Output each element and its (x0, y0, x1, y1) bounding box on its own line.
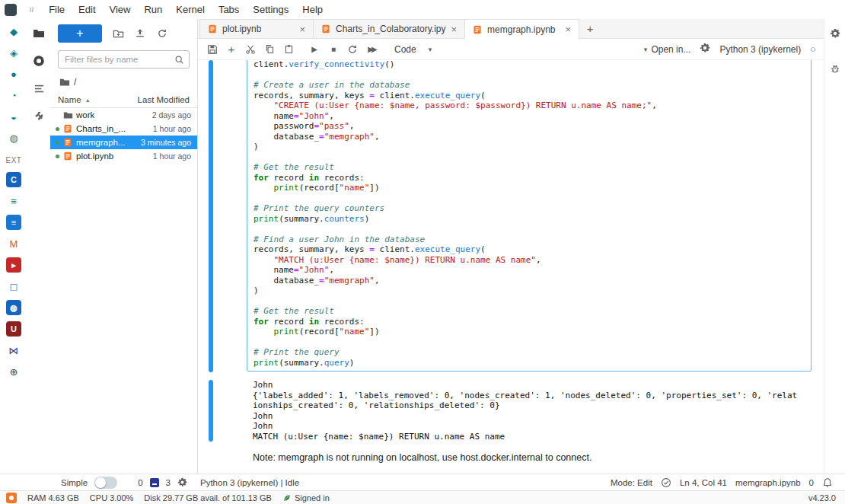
notebook-area[interactable]: client.verify_connectivity() # Create a … (198, 60, 824, 474)
code-token: , (329, 111, 334, 121)
menu-settings[interactable]: Settings (246, 2, 295, 18)
file-row[interactable]: Charts_in_...1 hour ago (50, 122, 197, 136)
sidebar-tab-files[interactable] (32, 27, 46, 40)
menu-run[interactable]: Run (137, 2, 169, 18)
menu-edit[interactable]: Edit (72, 2, 102, 18)
ext-icon-15[interactable]: ⋈ (6, 343, 21, 358)
code-token: for (254, 317, 269, 327)
code-line (254, 193, 805, 204)
property-inspector-tab[interactable] (828, 27, 842, 40)
tab-charts-in-colaboratory-ipy[interactable]: Charts_in_Colaboratory.ipy× (314, 19, 465, 38)
open-in-dropdown[interactable]: ▾ Open in... (644, 44, 691, 55)
code-token: , (652, 100, 657, 110)
code-token: = (369, 91, 375, 100)
ext-icon-1[interactable]: ◆ (6, 24, 21, 39)
ext-strip-bottom: C≡≡M▸◻◍U⋈⊕ (6, 172, 21, 379)
file-name: work (76, 110, 94, 120)
tab-plot-ipynb[interactable]: plot.ipynb× (199, 19, 314, 38)
menu-help[interactable]: Help (295, 2, 330, 18)
breadcrumb[interactable]: / (50, 72, 197, 91)
ext-strip-top: ◆◈●◔◒◍ (6, 24, 21, 145)
code-token: print (254, 358, 279, 368)
code-token: () (384, 60, 394, 69)
mode-indicator[interactable]: Mode: Edit (611, 478, 652, 487)
sidebar-tab-running[interactable] (32, 54, 46, 68)
code-token: ( (480, 91, 486, 100)
app-menu-icon[interactable] (5, 4, 17, 16)
upload-button[interactable] (134, 27, 146, 40)
tab-memgraph-ipynb[interactable]: memgraph.ipynb× (465, 19, 579, 39)
new-folder-button[interactable] (112, 27, 124, 40)
copy-cell-button[interactable] (261, 41, 278, 58)
ext-icon-16[interactable]: ⊕ (6, 364, 21, 379)
ext-icon-14[interactable]: U (6, 321, 21, 337)
menu-view[interactable]: View (103, 2, 138, 18)
code-cell-editor[interactable]: client.verify_connectivity() # Create a … (247, 60, 812, 372)
cell-type-dropdown[interactable]: Code ▾ (388, 43, 438, 56)
sidebar-tab-extensions[interactable] (32, 109, 46, 123)
menu-kernel[interactable]: Kernel (169, 2, 212, 18)
cut-cell-button[interactable] (242, 41, 259, 58)
ext-icon-8[interactable]: ≡ (6, 193, 21, 209)
new-tab-button[interactable]: + (579, 19, 601, 38)
ext-icon-13[interactable]: ◍ (6, 300, 21, 315)
ext-icon-7[interactable]: C (6, 172, 21, 187)
ext-icon-6[interactable]: ◍ (6, 130, 21, 145)
code-token: "memgraph" (324, 132, 375, 142)
close-icon[interactable]: × (298, 24, 306, 35)
ext-icon-5[interactable]: ◒ (6, 109, 21, 124)
ext-icon-12[interactable]: ◻ (6, 279, 21, 294)
running-kernel-dot (56, 155, 59, 158)
interrupt-kernel-button[interactable]: ■ (325, 41, 342, 58)
app-logo-icon[interactable] (6, 493, 17, 503)
output-collapser[interactable] (209, 380, 213, 442)
kernel-settings-button[interactable] (700, 43, 710, 56)
new-launcher-button[interactable]: + (58, 24, 102, 43)
code-token: "pass" (319, 121, 349, 131)
clipboard-icon (284, 44, 294, 54)
sidebar-tab-toc[interactable] (32, 81, 46, 95)
menu-file[interactable]: File (42, 2, 72, 18)
kernel-status-icon[interactable]: ○ (810, 43, 816, 55)
column-name[interactable]: Name (58, 95, 81, 104)
debugger-tab[interactable] (828, 62, 842, 75)
kernels-count[interactable]: 3 (166, 478, 171, 487)
cell-collapser[interactable] (209, 60, 213, 372)
signed-in-status[interactable]: Signed in (282, 493, 330, 502)
refresh-button[interactable] (156, 27, 168, 40)
insert-cell-button[interactable]: + (223, 41, 240, 58)
terminals-count[interactable]: 0 (138, 478, 142, 487)
bell-icon[interactable] (822, 477, 833, 488)
kernel-name[interactable]: Python 3 (ipykernel) (719, 44, 801, 55)
active-file-name[interactable]: memgraph.ipynb (735, 478, 801, 487)
check-circle-icon[interactable] (661, 477, 671, 488)
cursor-position[interactable]: Ln 4, Col 41 (680, 478, 727, 487)
code-token (254, 255, 274, 265)
run-cell-button[interactable]: ▶ (306, 41, 323, 58)
plus-icon: + (76, 27, 83, 40)
paste-cell-button[interactable] (280, 41, 297, 58)
ext-icon-2[interactable]: ◈ (6, 45, 21, 60)
simple-mode-toggle[interactable] (94, 477, 117, 489)
notifications-count[interactable]: 0 (809, 478, 814, 487)
kernel-status-text[interactable]: Python 3 (ipykernel) | Idle (200, 478, 299, 487)
restart-run-all-button[interactable]: ▶▶ (363, 41, 380, 58)
filter-files-input[interactable] (58, 50, 190, 69)
file-row[interactable]: plot.ipynb1 hour ago (50, 149, 197, 163)
notebook-icon (62, 137, 73, 148)
ext-icon-10[interactable]: M (6, 236, 21, 251)
file-row[interactable]: memgraph...3 minutes ago (50, 136, 197, 149)
save-button[interactable] (204, 41, 221, 58)
ext-icon-3[interactable]: ● (6, 66, 21, 81)
ext-icon-11[interactable]: ▸ (6, 257, 21, 273)
code-token (254, 100, 274, 110)
column-last-modified[interactable]: Last Modified (138, 95, 190, 104)
menu-tabs[interactable]: Tabs (212, 2, 246, 18)
ext-icon-4[interactable]: ◔ (6, 88, 21, 103)
restart-kernel-button[interactable] (344, 41, 361, 58)
file-row[interactable]: work2 days ago (50, 108, 197, 122)
close-icon[interactable]: × (451, 24, 458, 35)
close-icon[interactable]: × (565, 24, 572, 35)
code-line: "MATCH (u:User {name: $name}) RETURN u.n… (254, 255, 805, 266)
ext-icon-9[interactable]: ≡ (6, 215, 21, 230)
